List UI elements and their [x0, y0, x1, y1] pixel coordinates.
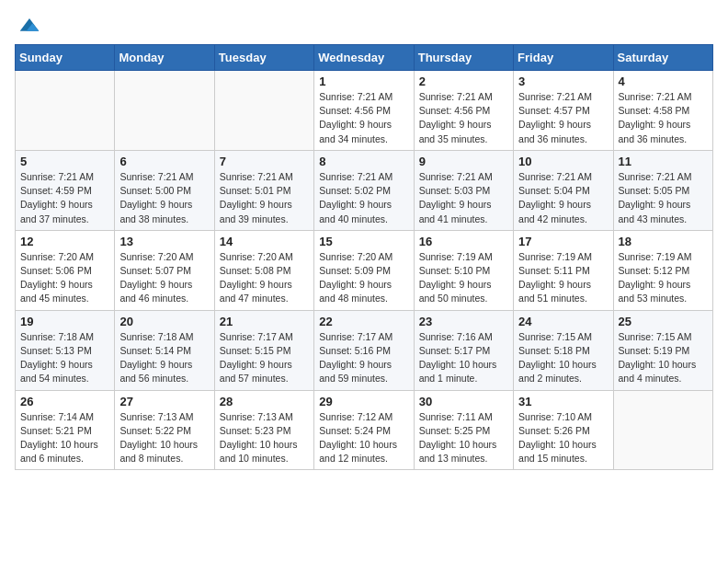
day-number: 13 — [119, 235, 209, 248]
calendar-cell: 5Sunrise: 7:21 AM Sunset: 4:59 PM Daylig… — [16, 150, 115, 230]
calendar-cell: 29Sunrise: 7:12 AM Sunset: 5:24 PM Dayli… — [314, 390, 414, 470]
day-info: Sunrise: 7:15 AM Sunset: 5:19 PM Dayligh… — [619, 330, 708, 386]
day-info: Sunrise: 7:19 AM Sunset: 5:11 PM Dayligh… — [518, 250, 608, 306]
calendar-cell: 15Sunrise: 7:20 AM Sunset: 5:09 PM Dayli… — [314, 230, 414, 310]
day-number: 26 — [20, 395, 109, 408]
day-info: Sunrise: 7:21 AM Sunset: 5:00 PM Dayligh… — [119, 170, 209, 226]
day-info: Sunrise: 7:13 AM Sunset: 5:22 PM Dayligh… — [119, 410, 209, 466]
calendar-cell: 13Sunrise: 7:20 AM Sunset: 5:07 PM Dayli… — [115, 230, 214, 310]
day-number: 17 — [518, 235, 608, 248]
day-info: Sunrise: 7:21 AM Sunset: 5:04 PM Dayligh… — [518, 170, 608, 226]
day-info: Sunrise: 7:21 AM Sunset: 5:03 PM Dayligh… — [419, 170, 508, 226]
day-number: 11 — [619, 155, 708, 168]
day-number: 7 — [220, 155, 309, 168]
calendar-cell: 24Sunrise: 7:15 AM Sunset: 5:18 PM Dayli… — [514, 310, 613, 390]
day-info: Sunrise: 7:19 AM Sunset: 5:10 PM Dayligh… — [419, 250, 508, 306]
weekday-header-tuesday: Tuesday — [214, 45, 313, 71]
day-number: 16 — [419, 235, 508, 248]
calendar-cell: 20Sunrise: 7:18 AM Sunset: 5:14 PM Dayli… — [115, 310, 214, 390]
weekday-header-row: SundayMondayTuesdayWednesdayThursdayFrid… — [16, 45, 713, 71]
calendar-cell: 8Sunrise: 7:21 AM Sunset: 5:02 PM Daylig… — [314, 150, 414, 230]
day-number: 6 — [119, 155, 209, 168]
calendar-cell: 9Sunrise: 7:21 AM Sunset: 5:03 PM Daylig… — [414, 150, 513, 230]
day-info: Sunrise: 7:13 AM Sunset: 5:23 PM Dayligh… — [220, 410, 309, 466]
day-number: 10 — [518, 155, 608, 168]
weekday-header-sunday: Sunday — [16, 45, 115, 71]
day-number: 15 — [319, 235, 408, 248]
calendar-week-row: 26Sunrise: 7:14 AM Sunset: 5:21 PM Dayli… — [16, 390, 713, 470]
day-info: Sunrise: 7:21 AM Sunset: 4:59 PM Dayligh… — [20, 170, 109, 226]
day-info: Sunrise: 7:21 AM Sunset: 5:02 PM Dayligh… — [319, 170, 408, 226]
day-number: 25 — [619, 315, 708, 328]
calendar-week-row: 12Sunrise: 7:20 AM Sunset: 5:06 PM Dayli… — [16, 230, 713, 310]
calendar-cell — [613, 390, 712, 470]
day-info: Sunrise: 7:19 AM Sunset: 5:12 PM Dayligh… — [619, 250, 708, 306]
day-info: Sunrise: 7:10 AM Sunset: 5:26 PM Dayligh… — [518, 410, 608, 466]
day-info: Sunrise: 7:18 AM Sunset: 5:13 PM Dayligh… — [20, 330, 109, 386]
day-number: 29 — [319, 395, 408, 408]
day-info: Sunrise: 7:21 AM Sunset: 4:58 PM Dayligh… — [619, 90, 708, 146]
day-number: 28 — [220, 395, 309, 408]
day-info: Sunrise: 7:17 AM Sunset: 5:16 PM Dayligh… — [319, 330, 408, 386]
calendar-cell: 19Sunrise: 7:18 AM Sunset: 5:13 PM Dayli… — [16, 310, 115, 390]
day-info: Sunrise: 7:21 AM Sunset: 4:56 PM Dayligh… — [319, 90, 408, 146]
day-number: 22 — [319, 315, 408, 328]
calendar-cell: 28Sunrise: 7:13 AM Sunset: 5:23 PM Dayli… — [214, 390, 313, 470]
day-info: Sunrise: 7:18 AM Sunset: 5:14 PM Dayligh… — [119, 330, 209, 386]
calendar-cell: 25Sunrise: 7:15 AM Sunset: 5:19 PM Dayli… — [613, 310, 712, 390]
calendar-cell: 30Sunrise: 7:11 AM Sunset: 5:25 PM Dayli… — [414, 390, 513, 470]
day-number: 20 — [119, 315, 209, 328]
day-number: 23 — [419, 315, 508, 328]
calendar-cell: 3Sunrise: 7:21 AM Sunset: 4:57 PM Daylig… — [514, 71, 613, 151]
calendar-cell: 7Sunrise: 7:21 AM Sunset: 5:01 PM Daylig… — [214, 150, 313, 230]
day-info: Sunrise: 7:21 AM Sunset: 5:01 PM Dayligh… — [220, 170, 309, 226]
calendar-cell: 1Sunrise: 7:21 AM Sunset: 4:56 PM Daylig… — [314, 71, 414, 151]
day-info: Sunrise: 7:20 AM Sunset: 5:09 PM Dayligh… — [319, 250, 408, 306]
day-number: 27 — [119, 395, 209, 408]
calendar-cell: 31Sunrise: 7:10 AM Sunset: 5:26 PM Dayli… — [514, 390, 613, 470]
weekday-header-friday: Friday — [514, 45, 613, 71]
calendar-cell: 6Sunrise: 7:21 AM Sunset: 5:00 PM Daylig… — [115, 150, 214, 230]
day-number: 2 — [419, 75, 508, 88]
calendar-week-row: 19Sunrise: 7:18 AM Sunset: 5:13 PM Dayli… — [16, 310, 713, 390]
day-info: Sunrise: 7:14 AM Sunset: 5:21 PM Dayligh… — [20, 410, 109, 466]
calendar-cell: 26Sunrise: 7:14 AM Sunset: 5:21 PM Dayli… — [16, 390, 115, 470]
calendar-cell: 14Sunrise: 7:20 AM Sunset: 5:08 PM Dayli… — [214, 230, 313, 310]
day-info: Sunrise: 7:21 AM Sunset: 4:56 PM Dayligh… — [419, 90, 508, 146]
day-number: 24 — [518, 315, 608, 328]
day-number: 18 — [619, 235, 708, 248]
day-number: 3 — [518, 75, 608, 88]
day-number: 12 — [20, 235, 109, 248]
day-number: 9 — [419, 155, 508, 168]
page-header — [15, 15, 713, 33]
calendar-cell: 10Sunrise: 7:21 AM Sunset: 5:04 PM Dayli… — [514, 150, 613, 230]
weekday-header-wednesday: Wednesday — [314, 45, 414, 71]
weekday-header-monday: Monday — [115, 45, 214, 71]
calendar-cell — [115, 71, 214, 151]
calendar-cell: 4Sunrise: 7:21 AM Sunset: 4:58 PM Daylig… — [613, 71, 712, 151]
calendar-cell: 23Sunrise: 7:16 AM Sunset: 5:17 PM Dayli… — [414, 310, 513, 390]
calendar-cell: 16Sunrise: 7:19 AM Sunset: 5:10 PM Dayli… — [414, 230, 513, 310]
calendar-cell — [214, 71, 313, 151]
weekday-header-saturday: Saturday — [613, 45, 712, 71]
day-number: 1 — [319, 75, 408, 88]
calendar-cell — [16, 71, 115, 151]
logo — [15, 15, 40, 33]
calendar-cell: 2Sunrise: 7:21 AM Sunset: 4:56 PM Daylig… — [414, 71, 513, 151]
calendar-table: SundayMondayTuesdayWednesdayThursdayFrid… — [15, 44, 713, 470]
calendar-cell: 17Sunrise: 7:19 AM Sunset: 5:11 PM Dayli… — [514, 230, 613, 310]
calendar-cell: 27Sunrise: 7:13 AM Sunset: 5:22 PM Dayli… — [115, 390, 214, 470]
day-number: 5 — [20, 155, 109, 168]
day-info: Sunrise: 7:20 AM Sunset: 5:07 PM Dayligh… — [119, 250, 209, 306]
day-info: Sunrise: 7:15 AM Sunset: 5:18 PM Dayligh… — [518, 330, 608, 386]
day-number: 31 — [518, 395, 608, 408]
day-number: 8 — [319, 155, 408, 168]
day-info: Sunrise: 7:17 AM Sunset: 5:15 PM Dayligh… — [220, 330, 309, 386]
day-info: Sunrise: 7:20 AM Sunset: 5:08 PM Dayligh… — [220, 250, 309, 306]
weekday-header-thursday: Thursday — [414, 45, 513, 71]
day-info: Sunrise: 7:11 AM Sunset: 5:25 PM Dayligh… — [419, 410, 508, 466]
calendar-cell: 22Sunrise: 7:17 AM Sunset: 5:16 PM Dayli… — [314, 310, 414, 390]
day-number: 21 — [220, 315, 309, 328]
day-number: 30 — [419, 395, 508, 408]
day-number: 4 — [619, 75, 708, 88]
